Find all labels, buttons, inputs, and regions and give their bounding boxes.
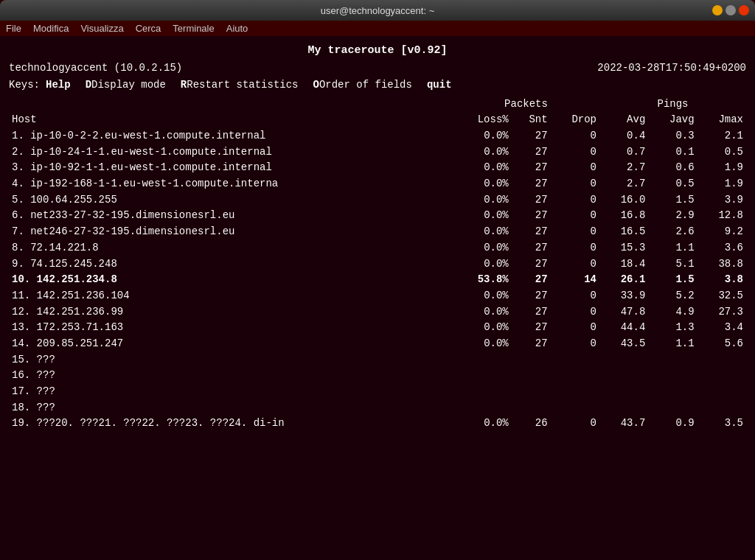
window-title: user@technologyaccent: ~ bbox=[321, 5, 434, 16]
data-cell bbox=[551, 352, 599, 368]
menu-terminale[interactable]: Terminale bbox=[173, 23, 214, 34]
data-cell: 0.7 bbox=[599, 144, 648, 161]
data-cell: 26 bbox=[512, 416, 551, 432]
host-cell: 15. ??? bbox=[9, 352, 453, 368]
table-row: 4. ip-192-168-1-1.eu-west-1.compute.inte… bbox=[9, 176, 746, 192]
table-row: 10. 142.251.234.853.8%271426.11.53.8 bbox=[9, 272, 746, 288]
table-row: 13. 172.253.71.1630.0%27044.41.33.4 bbox=[9, 320, 746, 336]
data-cell bbox=[512, 384, 551, 400]
menu-visualizza[interactable]: Visualizza bbox=[80, 23, 123, 34]
data-cell: 27 bbox=[512, 208, 551, 224]
info-line: technologyaccent (10.0.2.15) 2022-03-28T… bbox=[9, 60, 746, 77]
data-cell: 32.5 bbox=[697, 288, 746, 304]
data-cell: 0.0% bbox=[453, 256, 512, 273]
close-button[interactable] bbox=[739, 5, 749, 15]
data-cell: 0 bbox=[551, 128, 599, 144]
data-cell: 38.8 bbox=[697, 256, 746, 273]
minimize-button[interactable] bbox=[712, 5, 723, 15]
table-row: 11. 142.251.236.1040.0%27033.95.232.5 bbox=[9, 288, 746, 304]
maximize-button[interactable] bbox=[726, 5, 736, 15]
data-cell: 5.2 bbox=[648, 288, 697, 304]
data-cell: 0.0% bbox=[453, 240, 512, 256]
data-cell: 3.5 bbox=[697, 416, 746, 432]
menu-aiuto[interactable]: Aiuto bbox=[226, 23, 248, 34]
mtr-title: My traceroute [v0.92] bbox=[9, 42, 746, 59]
data-cell: 0.0% bbox=[453, 304, 512, 321]
data-cell bbox=[648, 384, 697, 400]
table-row: 5. 100.64.255.2550.0%27016.01.53.9 bbox=[9, 192, 746, 209]
data-cell: 26.1 bbox=[599, 272, 648, 288]
menu-modifica[interactable]: Modifica bbox=[33, 23, 69, 34]
data-cell: 0.0% bbox=[453, 208, 512, 224]
data-cell bbox=[453, 368, 512, 384]
data-cell: 27 bbox=[512, 176, 551, 192]
data-cell: 1.1 bbox=[648, 336, 697, 352]
data-cell: 12.8 bbox=[697, 208, 746, 224]
key-order-item[interactable]: OOrder of fields bbox=[313, 77, 412, 94]
data-cell: 0.0% bbox=[453, 144, 512, 161]
th-drop: Drop bbox=[551, 112, 599, 128]
col-pings-group: Pings bbox=[599, 97, 746, 113]
data-cell: 44.4 bbox=[599, 320, 648, 336]
window-controls[interactable] bbox=[712, 5, 749, 15]
table-row: 17. ??? bbox=[9, 384, 746, 400]
data-cell: 9.2 bbox=[697, 224, 746, 240]
data-cell: 0.0% bbox=[453, 288, 512, 304]
th-javg: Javg bbox=[648, 112, 697, 128]
data-cell: 1.9 bbox=[697, 176, 746, 192]
data-cell: 0 bbox=[551, 320, 599, 336]
data-cell: 27 bbox=[512, 304, 551, 321]
keys-line: Keys: Help DDisplay mode RRestart statis… bbox=[9, 77, 746, 94]
data-cell bbox=[599, 352, 648, 368]
table-row: 18. ??? bbox=[9, 400, 746, 416]
th-host: Host bbox=[9, 112, 453, 128]
timestamp: 2022-03-28T17:50:49+0200 bbox=[597, 60, 746, 77]
data-cell: 0.0% bbox=[453, 128, 512, 144]
data-cell: 0 bbox=[551, 144, 599, 161]
data-cell: 0.0% bbox=[453, 416, 512, 432]
data-cell: 0 bbox=[551, 416, 599, 432]
data-cell: 27.3 bbox=[697, 304, 746, 321]
key-display-item[interactable]: DDisplay mode bbox=[86, 77, 166, 94]
host-cell: 3. ip-10-92-1-1.eu-west-1.compute.intern… bbox=[9, 160, 453, 176]
terminal-content: My traceroute [v0.92] technologyaccent (… bbox=[0, 36, 755, 560]
data-cell: 16.8 bbox=[599, 208, 648, 224]
data-cell: 3.6 bbox=[697, 240, 746, 256]
data-cell bbox=[697, 368, 746, 384]
data-cell bbox=[697, 352, 746, 368]
data-cell: 2.6 bbox=[648, 224, 697, 240]
data-cell: 0.9 bbox=[648, 416, 697, 432]
data-cell: 0 bbox=[551, 192, 599, 209]
host-cell: 2. ip-10-24-1-1.eu-west-1.compute.intern… bbox=[9, 144, 453, 161]
host-cell: 14. 209.85.251.247 bbox=[9, 336, 453, 352]
data-cell: 0.4 bbox=[599, 128, 648, 144]
key-restart-item[interactable]: RRestart statistics bbox=[181, 77, 299, 94]
th-avg: Avg bbox=[599, 112, 648, 128]
data-cell: 27 bbox=[512, 288, 551, 304]
data-cell bbox=[599, 384, 648, 400]
group-header-row: Packets Pings bbox=[9, 97, 746, 113]
data-cell bbox=[599, 400, 648, 416]
col-host-spacer bbox=[9, 97, 453, 113]
menu-cerca[interactable]: Cerca bbox=[136, 23, 161, 34]
data-cell: 1.9 bbox=[697, 160, 746, 176]
data-cell: 2.7 bbox=[599, 176, 648, 192]
data-cell: 18.4 bbox=[599, 256, 648, 273]
table-row: 8. 72.14.221.80.0%27015.31.13.6 bbox=[9, 240, 746, 256]
data-cell: 0.0% bbox=[453, 224, 512, 240]
table-row: 14. 209.85.251.2470.0%27043.51.15.6 bbox=[9, 336, 746, 352]
data-cell bbox=[599, 368, 648, 384]
data-cell: 15.3 bbox=[599, 240, 648, 256]
key-help-item[interactable]: Help bbox=[46, 77, 71, 94]
table-row: 7. net246-27-32-195.dimensionesrl.eu0.0%… bbox=[9, 224, 746, 240]
data-cell: 3.8 bbox=[697, 272, 746, 288]
key-quit-item[interactable]: quit bbox=[427, 77, 452, 94]
host-cell: 10. 142.251.234.8 bbox=[9, 272, 453, 288]
data-cell bbox=[453, 352, 512, 368]
host-cell: 6. net233-27-32-195.dimensionesrl.eu bbox=[9, 208, 453, 224]
data-cell: 47.8 bbox=[599, 304, 648, 321]
data-cell: 0.5 bbox=[697, 144, 746, 161]
host-cell: 11. 142.251.236.104 bbox=[9, 288, 453, 304]
menu-file[interactable]: File bbox=[6, 23, 21, 34]
data-cell: 43.5 bbox=[599, 336, 648, 352]
